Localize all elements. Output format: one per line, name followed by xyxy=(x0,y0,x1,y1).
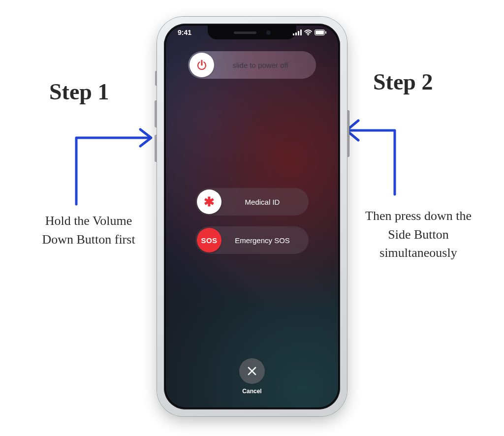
svg-rect-1 xyxy=(295,32,297,35)
status-time: 9:41 xyxy=(178,29,191,36)
power-off-slider[interactable]: slide to power off xyxy=(188,51,316,79)
step2-text: Then press down the Side Button simultan… xyxy=(359,207,477,262)
wifi-icon xyxy=(304,30,312,35)
cancel-group: Cancel xyxy=(239,358,265,395)
medical-id-label: Medical ID xyxy=(223,198,309,206)
phone-bezel: 9:41 xyxy=(164,24,340,409)
close-icon xyxy=(247,366,257,376)
battery-icon xyxy=(315,30,326,35)
status-bar: 9:41 xyxy=(166,29,338,36)
svg-rect-7 xyxy=(325,31,326,34)
svg-rect-2 xyxy=(298,31,299,35)
step1-title: Step 1 xyxy=(49,79,109,105)
status-right xyxy=(293,29,326,36)
emergency-sos-knob[interactable]: SOS xyxy=(197,228,221,252)
svg-rect-3 xyxy=(300,30,302,35)
emergency-sos-label: Emergency SOS xyxy=(223,236,309,245)
step1-arrow-icon xyxy=(66,111,160,209)
cancel-button[interactable] xyxy=(239,358,265,384)
svg-rect-0 xyxy=(293,33,294,35)
sos-icon: SOS xyxy=(201,236,217,245)
medical-id-knob[interactable]: ✱ xyxy=(197,189,221,214)
power-off-knob[interactable] xyxy=(189,53,214,77)
phone-device: 9:41 xyxy=(157,17,347,416)
cell-signal-icon xyxy=(293,30,302,35)
step2-arrow-icon xyxy=(340,101,413,199)
phone-frame: 9:41 xyxy=(157,17,347,416)
medical-id-slider[interactable]: ✱ Medical ID xyxy=(195,188,309,216)
svg-point-4 xyxy=(308,34,309,35)
step2-title: Step 2 xyxy=(373,69,433,95)
power-icon xyxy=(196,60,207,70)
cancel-label: Cancel xyxy=(242,388,261,395)
svg-rect-6 xyxy=(315,31,324,34)
asterisk-icon: ✱ xyxy=(204,195,215,208)
emergency-sos-slider[interactable]: SOS Emergency SOS xyxy=(195,226,309,254)
power-off-label: slide to power off xyxy=(212,61,316,69)
step1-text: Hold the Volume Down Button first xyxy=(37,212,140,249)
phone-screen: 9:41 xyxy=(166,26,338,407)
